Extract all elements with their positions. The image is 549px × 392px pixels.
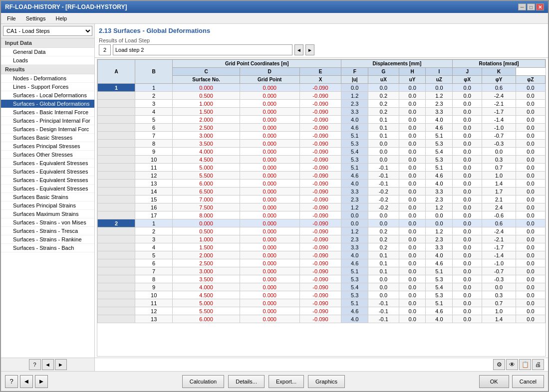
sidebar-item-surfaces-principal-stresses[interactable]: Surfaces Principal Stresses <box>1 142 94 151</box>
pz-cell: 0.0 <box>516 259 545 267</box>
graphics-button[interactable]: Graphics <box>308 375 345 388</box>
px-cell: 0.0 <box>453 315 482 323</box>
sidebar-item-surfaces-bach[interactable]: Surfaces - Strains - Bach <box>1 244 94 252</box>
py-cell: 1.0 <box>482 172 516 180</box>
uz-cell: 4.0 <box>426 315 453 323</box>
uz-cell: 1.2 <box>426 203 453 211</box>
load-case-select[interactable]: CA1 - Load Steps <box>3 26 92 36</box>
sidebar-dropdown[interactable]: CA1 - Load Steps <box>1 24 94 38</box>
cancel-button[interactable]: Cancel <box>512 375 544 388</box>
uy-cell: 0.0 <box>399 132 426 140</box>
y-cell: 0.000 <box>240 132 299 140</box>
u-cell: 5.3 <box>341 140 368 148</box>
sidebar-item-surfaces-equivalent-3[interactable]: Surfaces - Equivalent Stresses <box>1 176 94 185</box>
help-button[interactable]: ? <box>5 375 18 388</box>
ux-cell: 0.2 <box>368 227 399 235</box>
uy-cell: 0.0 <box>399 148 426 156</box>
uy-cell: 0.0 <box>399 235 426 243</box>
sidebar-item-surfaces-design-internal[interactable]: Surfaces - Design Internal Forc <box>1 125 94 134</box>
prev-button[interactable]: ◄ <box>20 375 33 388</box>
py-cell: -1.4 <box>482 116 516 124</box>
sidebar-item-surfaces-equivalent-1[interactable]: Surfaces - Equivalent Stresses <box>1 159 94 168</box>
calculation-button[interactable]: Calculation <box>182 375 224 388</box>
view-icon-btn[interactable]: 👁 <box>506 359 518 370</box>
sidebar-item-surfaces-other-stresses[interactable]: Surfaces Other Stresses <box>1 151 94 159</box>
grid-point-cell: 10 <box>135 156 173 164</box>
sidebar-item-lines-support[interactable]: Lines - Support Forces <box>1 83 94 91</box>
sidebar-item-surfaces-basic-internal[interactable]: Surfaces - Basic Internal Force <box>1 108 94 117</box>
sidebar-item-surfaces-basic-strains[interactable]: Surfaces Basic Strains <box>1 193 94 201</box>
py-cell: -1.4 <box>482 251 516 259</box>
surface-blank-cell <box>98 211 135 219</box>
surface-blank-cell <box>98 251 135 259</box>
sidebar-item-loads[interactable]: Loads <box>1 56 94 65</box>
menu-settings[interactable]: Settings <box>22 14 50 22</box>
px-cell: 0.0 <box>453 211 482 219</box>
surface-blank-cell <box>98 172 135 180</box>
menu-file[interactable]: File <box>3 14 20 22</box>
grid-point-cell: 1 <box>135 84 173 92</box>
sidebar-item-nodes-deformations[interactable]: Nodes - Deformations <box>1 74 94 83</box>
sidebar-item-surfaces-principal-strains[interactable]: Surfaces Principal Strains <box>1 201 94 210</box>
grid-point-cell: 2 <box>135 92 173 100</box>
sidebar-item-surfaces-tresca[interactable]: Surfaces - Strains - Tresca <box>1 227 94 235</box>
menu-help[interactable]: Help <box>51 14 71 22</box>
py-cell: -0.7 <box>482 132 516 140</box>
minimize-button[interactable]: ─ <box>518 3 526 10</box>
close-button[interactable]: ✕ <box>536 3 544 10</box>
uy-cell: 0.0 <box>399 124 426 132</box>
grid-point-cell: 5 <box>135 251 173 259</box>
sidebar-help-button[interactable]: ? <box>29 359 41 370</box>
uz-cell: 3.3 <box>426 108 453 116</box>
uz-cell: 5.3 <box>426 275 453 283</box>
sidebar-item-surfaces-global[interactable]: Surfaces - Global Deformations <box>1 100 94 108</box>
px-cell: 0.0 <box>453 116 482 124</box>
details-button[interactable]: Details... <box>228 375 265 388</box>
export-button[interactable]: Export... <box>269 375 304 388</box>
uz-cell: 4.6 <box>426 307 453 315</box>
grid-point-cell: 9 <box>135 148 173 156</box>
y-cell: 0.000 <box>240 315 299 323</box>
uy-cell: 0.0 <box>399 172 426 180</box>
x-cell: 1.000 <box>173 235 240 243</box>
export-icon-btn[interactable]: 📋 <box>519 359 531 370</box>
load-step-prev-button[interactable]: ◄ <box>294 44 303 55</box>
data-table-container[interactable]: A B Grid Point Coordinates [m] Displacem… <box>97 59 546 357</box>
surface-blank-cell <box>98 259 135 267</box>
pz-cell: 0.0 <box>516 100 545 108</box>
grid-point-cell: 8 <box>135 275 173 283</box>
u-cell: 5.3 <box>341 291 368 299</box>
z-cell: -0.090 <box>299 291 341 299</box>
sidebar-item-surfaces-principal-internal[interactable]: Surfaces - Principal Internal For <box>1 117 94 125</box>
grid-point-cell: 12 <box>135 172 173 180</box>
sidebar-item-surfaces-maximum-strains[interactable]: Surfaces Maximum Strains <box>1 210 94 218</box>
sidebar-next-button[interactable]: ► <box>55 359 67 370</box>
sidebar-item-general-data[interactable]: General Data <box>1 48 94 56</box>
col-B: B <box>135 60 173 84</box>
sidebar-item-surfaces-rankine[interactable]: Surfaces - Strains - Rankine <box>1 235 94 244</box>
sidebar-item-surfaces-von-mises[interactable]: Surfaces - Strains - von Mises <box>1 218 94 227</box>
sidebar-item-surfaces-equivalent-2[interactable]: Surfaces - Equivalent Stresses <box>1 168 94 176</box>
sidebar-bottom-buttons: ? ◄ ► <box>1 358 94 371</box>
y-cell: 0.000 <box>240 108 299 116</box>
settings-icon-btn[interactable]: ⚙ <box>493 359 505 370</box>
pz-cell: 0.0 <box>516 132 545 140</box>
surface-blank-cell <box>98 108 135 116</box>
y-cell: 0.000 <box>240 227 299 235</box>
sidebar-item-surfaces-local[interactable]: Surfaces - Local Deformations <box>1 91 94 100</box>
x-cell: 0.000 <box>173 219 240 227</box>
print-icon-btn[interactable]: 🖨 <box>532 359 544 370</box>
uy-cell: 0.0 <box>399 84 426 92</box>
sub-py: φY <box>482 76 516 84</box>
py-cell: -1.0 <box>482 124 516 132</box>
load-step-selector[interactable]: Load step 2 <box>113 44 292 55</box>
next-button[interactable]: ► <box>35 375 48 388</box>
ok-button[interactable]: OK <box>479 375 509 388</box>
sidebar-item-surfaces-basic-stresses[interactable]: Surfaces Basic Stresses <box>1 134 94 142</box>
maximize-button[interactable]: □ <box>527 3 535 10</box>
py-cell: -1.7 <box>482 108 516 116</box>
load-step-next-button[interactable]: ► <box>305 44 314 55</box>
sidebar-prev-button[interactable]: ◄ <box>42 359 54 370</box>
ux-cell: 0.0 <box>368 211 399 219</box>
sidebar-item-surfaces-equivalent-4[interactable]: Surfaces - Equivalent Stresses <box>1 185 94 193</box>
